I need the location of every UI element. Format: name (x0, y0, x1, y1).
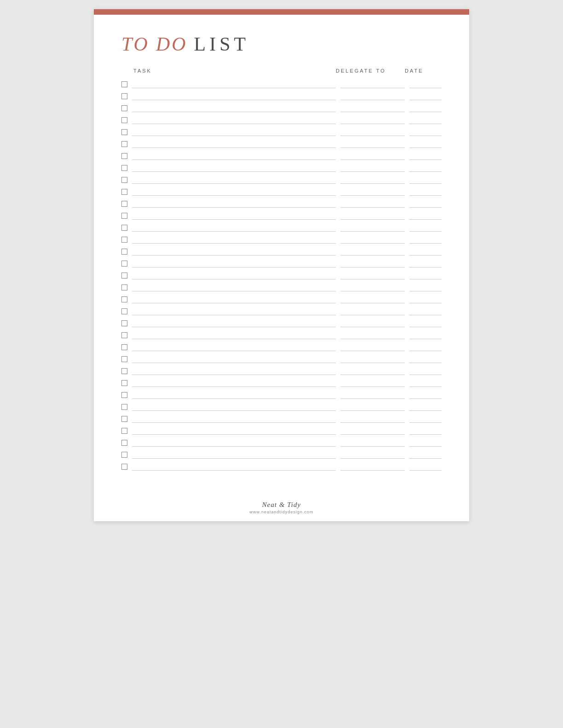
task-row (121, 379, 442, 388)
delegate-input-line (340, 247, 405, 256)
checkbox[interactable] (121, 464, 127, 470)
delegate-input-line (340, 283, 405, 291)
checkbox[interactable] (121, 273, 127, 279)
task-row (121, 92, 442, 102)
delegate-input-line (340, 355, 405, 363)
checkbox[interactable] (121, 249, 127, 255)
content: TO DO LIST TASK DELEGATE TO DATE (94, 15, 469, 488)
task-row (121, 331, 442, 341)
date-input-line (409, 128, 442, 136)
task-row (121, 403, 442, 412)
task-input-line (132, 319, 336, 327)
checkbox[interactable] (121, 392, 127, 398)
date-input-line (409, 343, 442, 351)
checkbox[interactable] (121, 428, 127, 434)
task-row (121, 188, 442, 197)
task-row (121, 367, 442, 376)
delegate-input-line (340, 188, 405, 196)
checkbox[interactable] (121, 416, 127, 422)
date-input-line (409, 80, 442, 88)
checkbox[interactable] (121, 404, 127, 410)
checkbox[interactable] (121, 296, 127, 302)
date-input-line (409, 223, 442, 232)
delegate-input-line (340, 176, 405, 184)
checkbox[interactable] (121, 308, 127, 314)
task-input-line (132, 450, 336, 459)
task-input-line (132, 271, 336, 279)
checkbox[interactable] (121, 344, 127, 350)
delegate-input-line (340, 211, 405, 220)
checkbox[interactable] (121, 165, 127, 171)
task-input-line (132, 462, 336, 471)
date-input-line (409, 379, 442, 387)
checkbox[interactable] (121, 189, 127, 195)
task-row (121, 247, 442, 257)
delegate-input-line (340, 223, 405, 232)
task-input-line (132, 211, 336, 220)
date-input-line (409, 283, 442, 291)
task-row (121, 391, 442, 400)
checkbox[interactable] (121, 380, 127, 386)
task-row (121, 211, 442, 221)
date-input-line (409, 164, 442, 172)
task-input-line (132, 331, 336, 339)
date-input-line (409, 211, 442, 220)
checkbox[interactable] (121, 177, 127, 183)
task-row (121, 283, 442, 293)
task-input-line (132, 104, 336, 112)
title-list: LIST (194, 33, 250, 55)
task-row (121, 355, 442, 364)
checkbox[interactable] (121, 452, 127, 458)
task-row (121, 415, 442, 424)
date-input-line (409, 367, 442, 375)
checkbox[interactable] (121, 237, 127, 243)
task-row (121, 80, 442, 90)
task-input-line (132, 307, 336, 315)
task-row (121, 104, 442, 114)
checkbox[interactable] (121, 368, 127, 374)
task-row (121, 259, 442, 269)
checkbox[interactable] (121, 225, 127, 231)
date-input-line (409, 116, 442, 124)
delegate-input-line (340, 295, 405, 303)
checkbox[interactable] (121, 213, 127, 219)
checkbox[interactable] (121, 117, 127, 123)
task-row (121, 199, 442, 209)
title-to: TO (121, 33, 149, 55)
checkbox[interactable] (121, 105, 127, 111)
task-input-line (132, 235, 336, 244)
page-title: TO DO LIST (121, 33, 442, 55)
checkbox[interactable] (121, 153, 127, 159)
checkbox[interactable] (121, 93, 127, 99)
task-input-line (132, 92, 336, 100)
task-list (121, 80, 442, 474)
task-input-line (132, 80, 336, 88)
checkbox[interactable] (121, 332, 127, 338)
delegate-input-line (340, 415, 405, 423)
checkbox[interactable] (121, 356, 127, 362)
date-input-line (409, 319, 442, 327)
task-input-line (132, 438, 336, 447)
task-row (121, 343, 442, 353)
checkbox[interactable] (121, 284, 127, 290)
date-input-line (409, 403, 442, 411)
task-row (121, 295, 442, 305)
task-row (121, 152, 442, 161)
task-input-line (132, 152, 336, 160)
header-task: TASK (133, 68, 336, 74)
checkbox[interactable] (121, 81, 127, 87)
date-input-line (409, 188, 442, 196)
checkbox[interactable] (121, 440, 127, 446)
checkbox[interactable] (121, 129, 127, 135)
date-input-line (409, 235, 442, 244)
footer-url: www.neatandtidydesign.com (94, 510, 469, 514)
footer-brand: Neat & Tidy (94, 501, 469, 509)
delegate-input-line (340, 104, 405, 112)
checkbox[interactable] (121, 320, 127, 326)
header-date: DATE (405, 68, 442, 74)
task-row (121, 140, 442, 149)
task-row (121, 128, 442, 137)
checkbox[interactable] (121, 261, 127, 267)
checkbox[interactable] (121, 141, 127, 147)
checkbox[interactable] (121, 201, 127, 207)
